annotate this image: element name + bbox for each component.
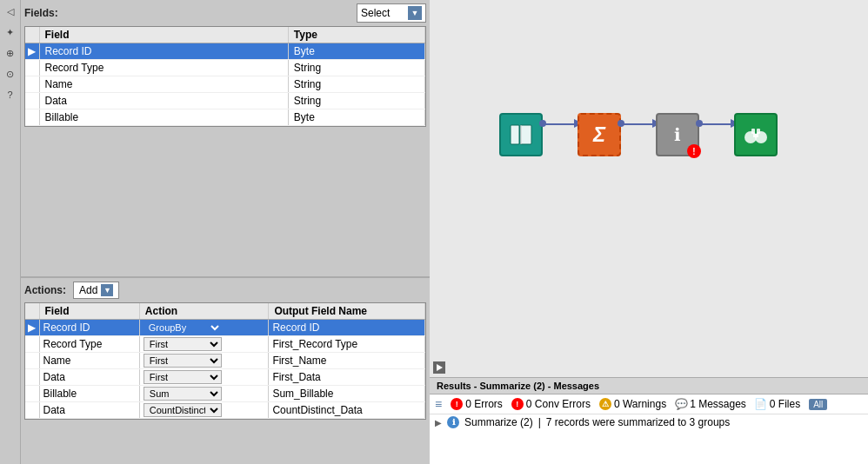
summarize-node-icon: Σ bbox=[578, 113, 621, 156]
workflow-node-summarize[interactable]: Σ bbox=[578, 113, 621, 156]
actions-col-action: Action bbox=[139, 303, 269, 320]
action-select[interactable]: CountDistinct First GroupBy Sum bbox=[144, 403, 222, 417]
info-status-icon: ℹ bbox=[447, 416, 459, 428]
table-row[interactable]: Billable Byte bbox=[25, 109, 425, 126]
row-arrow bbox=[25, 76, 39, 93]
fields-table: Field Type ▶ Record ID Byte Record Type … bbox=[25, 27, 425, 126]
workflow: Σ ℹ ! bbox=[499, 113, 778, 156]
files-count: 📄 0 Files bbox=[755, 398, 800, 410]
results-message-row: ▶ ℹ Summarize (2) | 7 records were summa… bbox=[430, 414, 868, 430]
sidebar-icon-tool3[interactable]: ⊙ bbox=[3, 66, 18, 82]
table-row[interactable]: ▶ Record ID Byte bbox=[25, 43, 425, 60]
field-name: Billable bbox=[39, 109, 288, 126]
row-arrow bbox=[25, 386, 39, 402]
table-row[interactable]: Name String bbox=[25, 76, 425, 93]
field-name: Record Type bbox=[39, 60, 288, 76]
field-type: Byte bbox=[288, 43, 424, 60]
action-type: First GroupBy Sum CountDistinct bbox=[139, 369, 269, 386]
fields-header: Fields: Select ▼ bbox=[24, 3, 426, 23]
action-output: First_Record Type bbox=[269, 336, 425, 353]
add-button[interactable]: Add ▼ bbox=[73, 282, 119, 299]
action-select[interactable]: First GroupBy Sum CountDistinct bbox=[144, 354, 222, 368]
action-output: First_Data bbox=[269, 369, 425, 386]
connector-1 bbox=[543, 123, 578, 125]
connector-dot bbox=[696, 120, 703, 127]
row-arrow bbox=[25, 369, 39, 386]
table-row[interactable]: Data CountDistinct First GroupBy Sum Cou… bbox=[25, 402, 425, 419]
all-badge[interactable]: All bbox=[809, 399, 827, 410]
message-separator: | bbox=[538, 416, 541, 428]
table-row[interactable]: Data String bbox=[25, 93, 425, 109]
messages-value: 1 Messages bbox=[690, 398, 746, 410]
field-type: Byte bbox=[288, 109, 424, 126]
fields-col-type: Type bbox=[288, 27, 424, 43]
canvas-area[interactable]: Σ ℹ ! bbox=[430, 0, 868, 377]
conv-error-icon: ! bbox=[511, 398, 524, 410]
workflow-node-input[interactable] bbox=[499, 113, 543, 156]
message-tool: Summarize (2) bbox=[464, 416, 533, 428]
message-icon: 💬 bbox=[675, 398, 687, 410]
warnings-value: 0 Warnings bbox=[614, 398, 666, 410]
conv-errors-value: 0 Conv Errors bbox=[526, 398, 591, 410]
error-icon: ! bbox=[451, 398, 463, 410]
actions-label: Actions: bbox=[24, 284, 66, 296]
svg-rect-9 bbox=[757, 129, 760, 134]
add-dropdown-arrow: ▼ bbox=[101, 284, 113, 296]
actions-section: Actions: Add ▼ Field Action Output Field… bbox=[21, 278, 430, 464]
row-arrow bbox=[25, 60, 39, 76]
errors-count: ! 0 Errors bbox=[451, 398, 503, 410]
action-field: Data bbox=[39, 369, 139, 386]
field-type: String bbox=[288, 60, 424, 76]
add-label: Add bbox=[79, 284, 97, 296]
sidebar-icon-tool2[interactable]: ⊕ bbox=[3, 45, 18, 61]
field-name: Name bbox=[39, 76, 288, 93]
action-select[interactable]: Sum First GroupBy CountDistinct bbox=[144, 387, 222, 401]
book-icon bbox=[508, 122, 534, 148]
results-header: Results - Summarize (2) - Messages bbox=[430, 378, 868, 394]
fields-label: Fields: bbox=[24, 7, 58, 19]
sidebar-icon-back[interactable]: ◁ bbox=[3, 3, 18, 19]
action-type: Sum First GroupBy CountDistinct bbox=[139, 386, 269, 402]
message-text: 7 records were summarized to 3 groups bbox=[546, 416, 730, 428]
sidebar-icon-help[interactable]: ? bbox=[3, 87, 18, 103]
table-row[interactable]: ▶ Record ID GroupBy First Sum CountDisti… bbox=[25, 320, 425, 336]
action-select[interactable]: First GroupBy Sum CountDistinct bbox=[144, 370, 222, 384]
action-type: First GroupBy Sum CountDistinct bbox=[139, 353, 269, 369]
files-value: 0 Files bbox=[770, 398, 800, 410]
connector-3 bbox=[699, 123, 734, 125]
conv-errors-count: ! 0 Conv Errors bbox=[511, 398, 591, 410]
messages-count: 💬 1 Messages bbox=[675, 398, 746, 410]
table-row[interactable]: Name First GroupBy Sum CountDistinct Fir… bbox=[25, 353, 425, 369]
actions-col-output: Output Field Name bbox=[269, 303, 425, 320]
sidebar-icon-tool1[interactable]: ✦ bbox=[3, 24, 18, 40]
table-row[interactable]: Data First GroupBy Sum CountDistinct Fir… bbox=[25, 369, 425, 386]
toggle-button[interactable] bbox=[433, 361, 445, 374]
action-output: First_Name bbox=[269, 353, 425, 369]
select-label: Select bbox=[361, 7, 390, 19]
expand-arrow[interactable]: ▶ bbox=[435, 418, 442, 428]
action-select[interactable]: First GroupBy Sum CountDistinct bbox=[144, 337, 222, 351]
action-field: Record ID bbox=[39, 320, 139, 336]
warnings-count: ⚠ 0 Warnings bbox=[599, 398, 666, 410]
connector-dot bbox=[539, 120, 546, 127]
action-output: Sum_Billable bbox=[269, 386, 425, 402]
right-panel: Σ ℹ ! bbox=[430, 0, 868, 464]
field-name: Data bbox=[39, 93, 288, 109]
workflow-node-info[interactable]: ℹ ! bbox=[656, 113, 699, 156]
table-row[interactable]: Record Type First GroupBy Sum CountDisti… bbox=[25, 336, 425, 353]
select-dropdown[interactable]: Select ▼ bbox=[357, 3, 426, 23]
select-dropdown-arrow: ▼ bbox=[408, 6, 422, 20]
results-list-icon[interactable]: ≡ bbox=[435, 397, 442, 411]
warning-icon: ⚠ bbox=[599, 398, 611, 410]
table-row[interactable]: Record Type String bbox=[25, 60, 425, 76]
output-node-icon bbox=[734, 113, 778, 156]
row-selected-arrow: ▶ bbox=[25, 320, 39, 336]
action-select[interactable]: GroupBy First Sum CountDistinct bbox=[144, 321, 222, 334]
actions-col-arrow bbox=[25, 303, 39, 320]
table-row[interactable]: Billable Sum First GroupBy CountDistinct… bbox=[25, 386, 425, 402]
actions-table: Field Action Output Field Name ▶ Record … bbox=[25, 303, 425, 419]
action-field: Billable bbox=[39, 386, 139, 402]
fields-col-arrow bbox=[25, 27, 39, 43]
workflow-node-output[interactable] bbox=[734, 113, 778, 156]
input-node-icon bbox=[499, 113, 543, 156]
